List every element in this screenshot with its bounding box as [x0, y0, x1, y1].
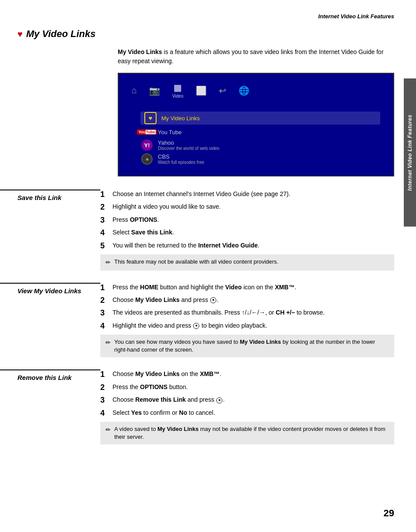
page-header: Internet Video Link Features — [0, 13, 416, 20]
xmb-nav-icon-web: 🌐 — [239, 85, 249, 96]
intro-left-col — [17, 47, 118, 190]
yahoo-icon: Y! — [140, 140, 153, 150]
side-tab-label: Internet Video Link Features — [407, 115, 413, 191]
xmb-screenshot: ⌂ 📷 ▦ Video ⬜ ↩ � — [118, 73, 394, 176]
my-video-links-icon: ♥ — [144, 113, 157, 123]
remove-steps: 1 Choose My Video Links on the XMB™. 2 P… — [100, 369, 394, 418]
heart-badge: ♥ — [144, 112, 157, 124]
view-step-num-3: 3 — [100, 308, 108, 318]
photo-icon: 📷 — [149, 85, 160, 96]
view-label-col: View My Video Links — [0, 283, 100, 358]
step-text-4: Select Save this Link. — [113, 228, 174, 238]
remove-step-num-3: 3 — [100, 395, 108, 405]
remove-step-num-1: 1 — [100, 369, 108, 380]
intro-area: My Video Links is a feature which allows… — [0, 47, 416, 190]
view-note: ✏ You can see how many videos you have s… — [100, 335, 394, 357]
step-4: 4 Select Save this Link. — [100, 228, 394, 238]
xmb-menu-item-yahoo: Y! YahooDiscover the world of web video — [140, 139, 380, 151]
cbs-label: CBSWatch full episodes free — [158, 153, 204, 165]
note-text-1: This feature may not be available with a… — [114, 258, 278, 266]
remove-step-text-3: Choose Remove this Link and press ●. — [113, 395, 225, 405]
yahoo-badge: Y! — [141, 139, 153, 151]
web-icon: 🌐 — [239, 85, 249, 96]
save-this-link-content: 1 Choose an Internet channel's Internet … — [100, 190, 394, 271]
home-icon: ⌂ — [132, 85, 137, 95]
xmb-nav-icon-repeat: ↩ — [219, 85, 226, 96]
step-num-3: 3 — [100, 215, 108, 225]
video-icon: ▦ — [174, 82, 182, 93]
youtube-badge: YouTube — [137, 129, 157, 135]
xmb-nav-icon-video: ▦ Video — [172, 82, 183, 98]
remove-note: ✏ A video saved to My Video Links may no… — [100, 422, 394, 444]
circle-button-2: ● — [193, 323, 199, 329]
cbs-sublabel: Watch full episodes free — [158, 160, 204, 165]
step-num-4: 4 — [100, 228, 108, 238]
note-icon-3: ✏ — [106, 426, 111, 434]
view-step-2: 2 Choose My Video Links and press ●. — [100, 295, 394, 305]
remove-step-1: 1 Choose My Video Links on the XMB™. — [100, 369, 394, 380]
step-3: 3 Press OPTIONS. — [100, 215, 394, 225]
repeat-icon: ↩ — [219, 85, 226, 96]
remove-step-text-2: Press the OPTIONS button. — [113, 383, 188, 393]
step-text-5: You will then be returned to the Interne… — [113, 241, 259, 251]
remove-note-text: A video saved to My Video Links may not … — [114, 425, 389, 441]
xmb-menu-item-youtube: YouTube You Tube — [140, 127, 380, 137]
remove-step-text-4: Select Yes to confirm or No to cancel. — [113, 408, 215, 418]
tv-icon: ⬜ — [196, 85, 207, 96]
step-1: 1 Choose an Internet channel's Internet … — [100, 190, 394, 200]
cbs-icon: ◉ — [140, 154, 153, 164]
page-container: Internet Video Link Features Internet Vi… — [0, 0, 416, 532]
remove-step-2: 2 Press the OPTIONS button. — [100, 383, 394, 393]
xmb-nav-icons-row: ⌂ 📷 ▦ Video ⬜ ↩ � — [132, 82, 380, 98]
heart-icon: ♥ — [17, 29, 23, 39]
view-my-video-links-section: View My Video Links 1 Press the HOME but… — [0, 283, 416, 358]
step-text-2: Highlight a video you would like to save… — [113, 202, 221, 212]
view-step-num-1: 1 — [100, 283, 108, 293]
remove-label: Remove this Link — [17, 374, 100, 381]
save-this-link-label-col: Save this Link — [0, 190, 100, 271]
remove-step-num-2: 2 — [100, 383, 108, 393]
remove-this-link-section: Remove this Link 1 Choose My Video Links… — [0, 369, 416, 444]
cbs-badge: ◉ — [141, 153, 153, 165]
save-this-link-steps: 1 Choose an Internet channel's Internet … — [100, 190, 394, 251]
intro-right-col: My Video Links is a feature which allows… — [118, 47, 394, 190]
my-video-links-label: My Video Links — [161, 115, 200, 122]
view-step-4: 4 Highlight the video and press ● to beg… — [100, 321, 394, 331]
step-5: 5 You will then be returned to the Inter… — [100, 241, 394, 251]
note-icon-1: ✏ — [106, 258, 111, 267]
remove-step-4: 4 Select Yes to confirm or No to cancel. — [100, 408, 394, 418]
video-icon-label: Video — [172, 94, 183, 98]
remove-label-col: Remove this Link — [0, 369, 100, 444]
remove-step-text-1: Choose My Video Links on the XMB™. — [113, 369, 222, 380]
header-title: Internet Video Link Features — [318, 13, 394, 20]
step-text-1: Choose an Internet channel's Internet Vi… — [113, 190, 290, 200]
xmb-nav-icon-home: ⌂ — [132, 85, 137, 95]
view-step-1: 1 Press the HOME button and highlight th… — [100, 283, 394, 293]
page-number: 29 — [384, 508, 394, 519]
circle-button-3: ● — [216, 397, 222, 403]
view-step-text-1: Press the HOME button and highlight the … — [113, 283, 297, 293]
view-step-3: 3 The videos are presented as thumbnails… — [100, 308, 394, 318]
youtube-icon: YouTube — [140, 127, 153, 137]
xmb-menu-item-my-video-links: ♥ My Video Links — [140, 112, 380, 125]
save-this-link-note: ✏ This feature may not be available with… — [100, 254, 394, 271]
yahoo-label: YahooDiscover the world of web video — [158, 139, 219, 151]
youtube-label: You Tube — [158, 129, 181, 136]
step-num-2: 2 — [100, 202, 108, 212]
view-step-text-3: The videos are presented as thumbnails. … — [113, 308, 325, 318]
view-content: 1 Press the HOME button and highlight th… — [100, 283, 394, 358]
view-steps: 1 Press the HOME button and highlight th… — [100, 283, 394, 332]
xmb-menu: ♥ My Video Links YouTube You Tube — [132, 112, 380, 165]
side-tab: Internet Video Link Features — [404, 78, 416, 227]
view-step-text-2: Choose My Video Links and press ●. — [113, 295, 218, 305]
step-num-1: 1 — [100, 190, 108, 200]
xmb-nav-icon-photo: 📷 — [149, 85, 160, 96]
view-step-num-2: 2 — [100, 295, 108, 305]
save-this-link-label: Save this Link — [17, 194, 100, 201]
step-num-5: 5 — [100, 241, 108, 251]
circle-button: ● — [210, 297, 216, 303]
step-text-3: Press OPTIONS. — [113, 215, 159, 225]
yahoo-sublabel: Discover the world of web video — [158, 146, 219, 151]
view-label: View My Video Links — [17, 287, 100, 295]
xmb-menu-item-cbs: ◉ CBSWatch full episodes free — [140, 153, 380, 165]
